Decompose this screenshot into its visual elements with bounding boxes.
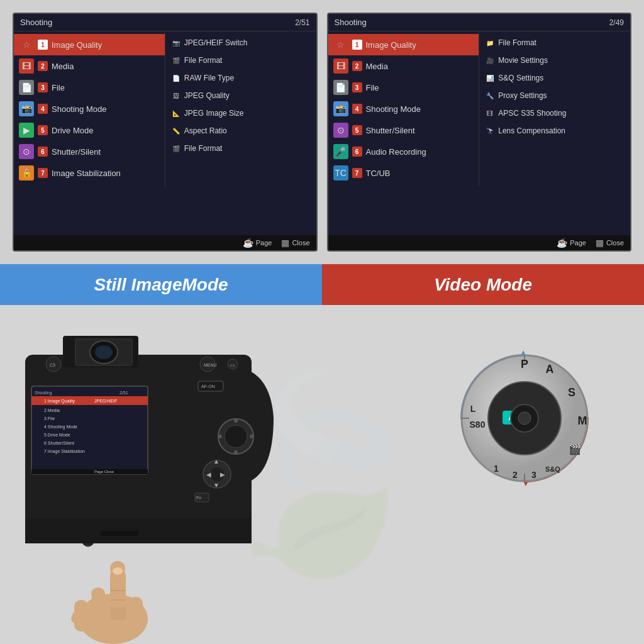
ricon-1: 📷 [170,37,182,48]
right-item-7: 🎬 File Format [165,140,316,157]
svg-text:M: M [578,414,587,427]
shooting-icon: 📸 [19,101,34,116]
vright-label-3: S&Q Settings [498,74,543,82]
still-menu-item-5[interactable]: ▶ 5 Drive Mode [14,119,165,141]
still-menu-item-4[interactable]: 📸 4 Shooting Mode [14,98,165,119]
still-menu-item-1[interactable]: ☆ 1 Image Quality [14,34,165,55]
svg-text:1  Image Quality: 1 Image Quality [44,399,75,404]
mode-dial-container: A S M 🎬 P 1 2 3 S&Q L S80 AUTO [443,336,594,487]
vright-item-6: 🔭 Lens Compensation [479,122,630,140]
right-item-1: 📷 JPEG/HEIF Switch [165,34,316,52]
svg-text:🎬: 🎬 [569,443,581,455]
vitem-label-5: Shutter/Silent [366,126,474,135]
vitem-label-1: Image Quality [366,40,474,50]
svg-text:S80: S80 [470,419,486,430]
vright-item-1: 📁 File Format [479,34,630,52]
right-label-4: JPEG Quality [184,91,230,100]
vitem-num-4: 4 [352,104,362,114]
video-title: Shooting [335,18,367,27]
video-menu-item-7[interactable]: TC 7 TC/UB [328,162,479,184]
still-menu-item-6[interactable]: ⊙ 6 Shutter/Silent [14,141,165,162]
svg-text:▲: ▲ [213,458,219,465]
svg-text:C1: C1 [230,364,235,367]
vitem-label-6: Audio Recording [366,147,474,157]
video-page: 2/49 [609,18,624,27]
page-icon: ☕ [243,238,253,248]
still-menu-item-3[interactable]: 📄 3 File [14,77,165,98]
drive-icon: ▶ [19,123,34,138]
item-num-4: 4 [38,104,48,114]
vshutter-icon: ⊙ [333,123,348,138]
item-label-1: Image Quality [52,40,160,50]
item-label-2: Media [52,62,160,71]
video-menu-left: ☆ 1 Image Quality 🎞 2 Media 📄 3 File [328,31,480,186]
vfile-icon: 📄 [333,80,348,95]
vricon-3: 📊 [484,72,496,84]
svg-text:A: A [546,363,554,375]
svg-text:L: L [470,404,476,414]
right-label-7: File Format [184,144,223,153]
svg-point-28 [234,450,238,454]
vitem-num-5: 5 [352,125,362,135]
video-menu-right: 📁 File Format 🎥 Movie Settings 📊 S&Q Set… [479,31,630,186]
svg-point-78 [518,412,531,425]
video-menu-item-2[interactable]: 🎞 2 Media [328,55,479,77]
vitem-label-7: TC/UB [366,169,474,178]
shutter-icon: ⊙ [19,144,34,159]
svg-text:◀: ◀ [206,471,211,478]
item-num-2: 2 [38,61,48,71]
video-menu-item-5[interactable]: ⊙ 5 Shutter/Silent [328,119,479,141]
vright-label-2: Movie Settings [498,56,548,65]
video-menu-item-1[interactable]: ☆ 1 Image Quality [328,34,479,55]
vright-label-4: Proxy Settings [498,91,547,100]
svg-text:▶: ▶ [220,471,225,478]
vright-item-2: 🎥 Movie Settings [479,52,630,69]
vmedia-icon: 🎞 [333,58,348,74]
svg-text:JPEG/HEIF: JPEG/HEIF [94,399,117,403]
right-label-6: Aspect Ratio [184,126,227,135]
video-menu-item-3[interactable]: 📄 3 File [328,77,479,98]
media-icon: 🎞 [19,58,34,74]
video-footer: ☕ Page ▦ Close [328,235,631,250]
vitem-num-6: 6 [352,147,362,157]
svg-point-4 [95,345,113,359]
video-menu-item-6[interactable]: 🎤 6 Audio Recording [328,141,479,162]
svg-text:S: S [568,386,575,399]
vricon-6: 🔭 [484,125,496,136]
still-menu-item-2[interactable]: 🎞 2 Media [14,55,165,77]
still-footer: ☕ Page ▦ Close [14,235,316,250]
top-section: Shooting 2/51 ☆ 1 Image Quality 🎞 2 Medi… [0,0,644,264]
right-item-5: 📐 JPEG Image Size [165,104,316,122]
menu-icon: ▦ [281,238,289,248]
vricon-2: 🎥 [484,55,496,66]
item-num-1: 1 [38,40,48,50]
video-menu: ☆ 1 Image Quality 🎞 2 Media 📄 3 File [328,31,631,186]
svg-rect-42 [101,531,138,536]
still-menu: ☆ 1 Image Quality 🎞 2 Media 📄 3 File [14,31,316,186]
svg-point-27 [234,419,238,423]
page-label: Page [256,239,272,247]
video-screen-header: Shooting 2/49 [328,14,631,31]
still-menu-item-7[interactable]: 🔒 7 Image Stabilization [14,162,165,184]
video-menu-item-4[interactable]: 📸 4 Shooting Mode [328,98,479,119]
still-screen-header: Shooting 2/51 [14,14,316,31]
vpage-label: Page [570,239,586,247]
svg-text:3: 3 [531,470,536,480]
mode-labels: Still ImageMode Video Mode [0,264,644,305]
vright-item-4: 🔧 Proxy Settings [479,87,630,104]
svg-rect-41 [25,518,252,543]
star-icon: ☆ [19,37,34,52]
vtc-icon: TC [333,165,348,180]
vaudio-icon: 🎤 [333,144,348,159]
vfooter-page: ☕ Page [557,238,586,248]
svg-rect-17 [31,469,148,474]
svg-text:7  Image Stabilization: 7 Image Stabilization [44,449,85,454]
right-label-2: File Format [184,56,223,65]
svg-text:MENU: MENU [204,363,217,367]
vmenu-icon: ▦ [596,238,604,248]
svg-text:Fn: Fn [196,496,201,500]
item-label-4: Shooting Mode [52,104,160,114]
file-icon: 📄 [19,80,34,95]
vitem-num-1: 1 [352,40,362,50]
ricon-6: 📏 [170,125,182,136]
